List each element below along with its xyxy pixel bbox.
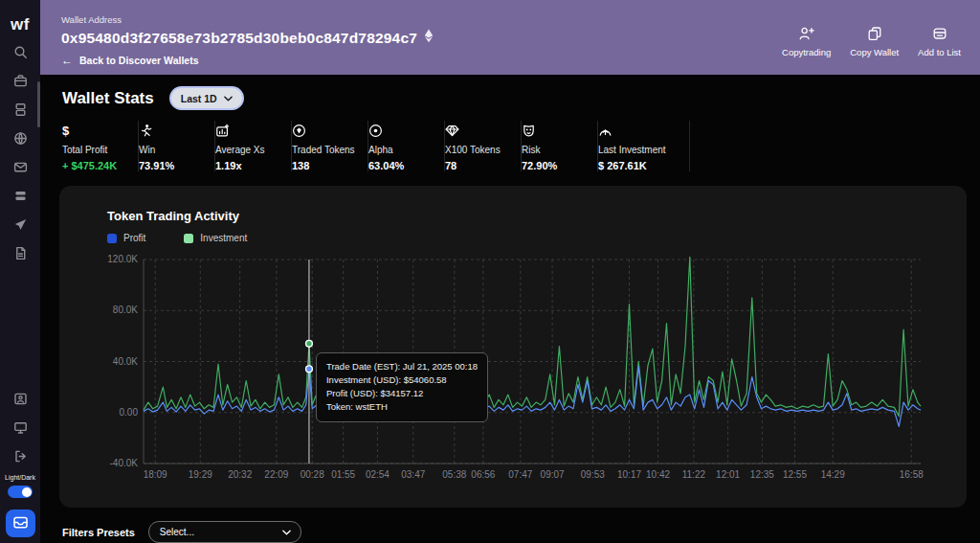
app-logo: wf [11, 10, 30, 40]
header-actions: CopytradingCopy WalletAdd to List [782, 0, 961, 75]
stat-value: 138 [292, 160, 368, 171]
stat-label: Last Investment [598, 145, 689, 155]
page-title: Wallet Stats [62, 89, 154, 108]
x-tick-label: 00:28 [301, 469, 324, 480]
stat-total-profit: $Total Profit+ $475.24K [62, 121, 139, 171]
x-tick-label: 10:42 [646, 469, 670, 480]
x-tick-label: 11:22 [682, 469, 705, 480]
monitor-icon[interactable] [13, 420, 28, 435]
x-tick-label: 22:09 [264, 469, 288, 480]
stat-value: 73.91% [139, 160, 214, 171]
x-tick-label: 02:54 [366, 469, 390, 480]
back-link[interactable]: ← Back to Discover Wallets [61, 54, 434, 67]
stats-header: Wallet Stats Last 1D [62, 86, 980, 110]
x-tick-label: 12:55 [783, 469, 807, 480]
chart-tooltip: Trade Date (EST): Jul 21, 2025 00:18 Inv… [316, 352, 488, 422]
y-tick-label: 0.00 [59, 407, 138, 418]
dollar-icon: $ [62, 123, 138, 138]
stat-label: Win [139, 145, 214, 155]
add-to-list-icon [932, 26, 947, 43]
stat-value: 78 [445, 160, 521, 171]
y-tick-label: 120.0K [59, 254, 138, 264]
inbox-icon [12, 515, 29, 532]
theme-toggle-label: Light/Dark [5, 474, 35, 481]
legend-item-profit[interactable]: Profit [107, 233, 145, 243]
stat-label: Alpha [368, 145, 444, 155]
legend-item-investment[interactable]: Investment [184, 233, 247, 243]
legend-label: Investment [200, 233, 247, 243]
alpha-icon [368, 123, 444, 138]
stack-icon[interactable] [13, 102, 28, 117]
theme-toggle[interactable] [8, 486, 33, 498]
chart-plus-icon [215, 123, 291, 138]
sidebar-bottom-nav [13, 392, 28, 464]
back-link-label: Back to Discover Wallets [79, 55, 199, 66]
add-to-list-button[interactable]: Add to List [918, 26, 961, 57]
back-arrow-icon: ← [61, 54, 73, 67]
send-icon[interactable] [13, 217, 28, 232]
stat-label: X100 Tokens [445, 145, 521, 155]
copytrading-icon [798, 26, 815, 43]
globe-icon[interactable] [13, 131, 28, 146]
header: Wallet Address 0x95480d3f27658e73b2785d3… [40, 0, 980, 75]
y-tick-label: 40.0K [59, 356, 138, 367]
gem-icon [445, 123, 521, 138]
chevron-down-icon [282, 530, 291, 535]
x-tick-label: 09:53 [581, 469, 605, 480]
copy-wallet-button[interactable]: Copy Wallet [850, 26, 899, 57]
x-tick-label: 07:47 [508, 469, 532, 480]
tooltip-profit: Profit (USD): $34157.12 [326, 387, 478, 400]
x-tick-label: 05:38 [442, 469, 466, 480]
stat-value: $ 267.61K [598, 160, 689, 171]
chart-legend: ProfitInvestment [59, 223, 967, 243]
stats-row: $Total Profit+ $475.24KWin73.91%Average … [62, 121, 980, 171]
layers-icon[interactable] [13, 189, 28, 203]
action-label: Copy Wallet [850, 47, 899, 57]
chevron-down-icon [224, 96, 233, 102]
sidebar-top-nav [13, 45, 28, 260]
period-selector[interactable]: Last 1D [169, 86, 244, 110]
document-icon[interactable] [13, 246, 28, 260]
app-root: wf Light/Dark Wallet Address 0x95480d3f2… [0, 0, 980, 543]
action-label: Copytrading [782, 47, 831, 57]
filters-preset-select[interactable]: Select... [148, 521, 301, 543]
stat-value: 63.04% [368, 160, 444, 171]
filters-presets-label: Filters Presets [62, 527, 135, 538]
x-tick-label: 10:17 [617, 469, 641, 480]
filters-bar: Filters Presets Select... [62, 521, 980, 543]
x-tick-label: 12:01 [716, 469, 740, 480]
legend-swatch [107, 234, 117, 243]
stat-label: Risk [522, 145, 597, 155]
chart-svg[interactable] [144, 260, 921, 464]
mail-icon[interactable] [13, 160, 28, 174]
investment-icon [598, 123, 689, 138]
tooltip-trade-date: Trade Date (EST): Jul 21, 2025 00:18 [326, 360, 478, 373]
wallet-address[interactable]: 0x95480d3f27658e73b2785d30beb0c847d78294… [61, 30, 417, 47]
stat-traded-tokens: Traded Tokens138 [292, 121, 368, 171]
stat-last-investment: Last Investment$ 267.61K [598, 121, 690, 171]
inbox-button[interactable] [6, 509, 35, 537]
briefcase-icon[interactable] [13, 74, 28, 88]
stat-x100-tokens: X100 Tokens78 [445, 121, 522, 171]
sidebar: wf Light/Dark [0, 0, 40, 543]
ethereum-icon [424, 29, 434, 47]
stat-label: Total Profit [62, 145, 138, 155]
sidebar-scrollbar[interactable] [37, 81, 40, 127]
chart-title: Token Trading Activity [59, 186, 967, 223]
plot-area[interactable]: 120.0K80.0K40.0K0.00-40.0K 18:0919:2920:… [59, 260, 967, 494]
stat-value: + $475.24K [62, 160, 138, 171]
logout-icon[interactable] [13, 449, 28, 464]
user-card-icon[interactable] [13, 392, 28, 406]
x-tick-label: 20:32 [228, 469, 252, 480]
y-tick-label: 80.0K [59, 305, 138, 315]
copytrading-button[interactable]: Copytrading [782, 26, 831, 57]
stat-label: Average Xs [215, 145, 291, 155]
stat-value: 1.19x [215, 160, 291, 171]
x-tick-label: 14:29 [821, 469, 845, 480]
search-icon[interactable] [13, 45, 28, 59]
stat-alpha: Alpha63.04% [368, 121, 445, 171]
legend-swatch [184, 234, 193, 243]
runner-icon [139, 123, 214, 138]
legend-label: Profit [123, 233, 145, 243]
period-selector-value: Last 1D [181, 93, 217, 104]
